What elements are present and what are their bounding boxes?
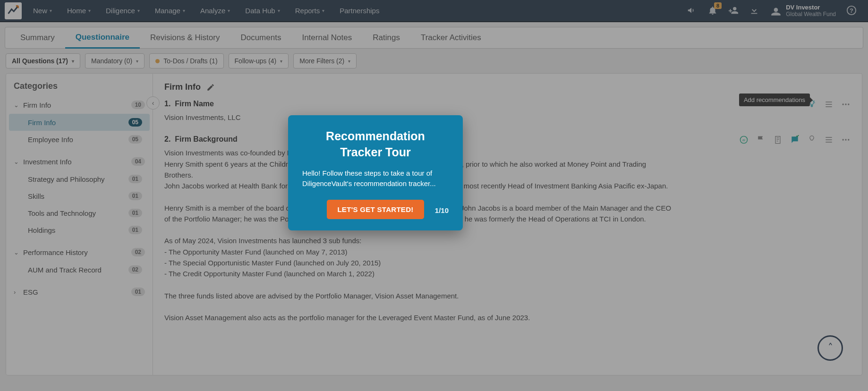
tour-body: Hello! Follow these steps to take a tour… [302, 168, 449, 189]
tour-popover: RecommendationTracker Tour Hello! Follow… [288, 115, 463, 230]
tour-step-indicator: 1/10 [435, 206, 449, 214]
tour-start-button[interactable]: LET'S GET STARTED! [327, 200, 424, 219]
tour-title: RecommendationTracker Tour [302, 128, 449, 161]
